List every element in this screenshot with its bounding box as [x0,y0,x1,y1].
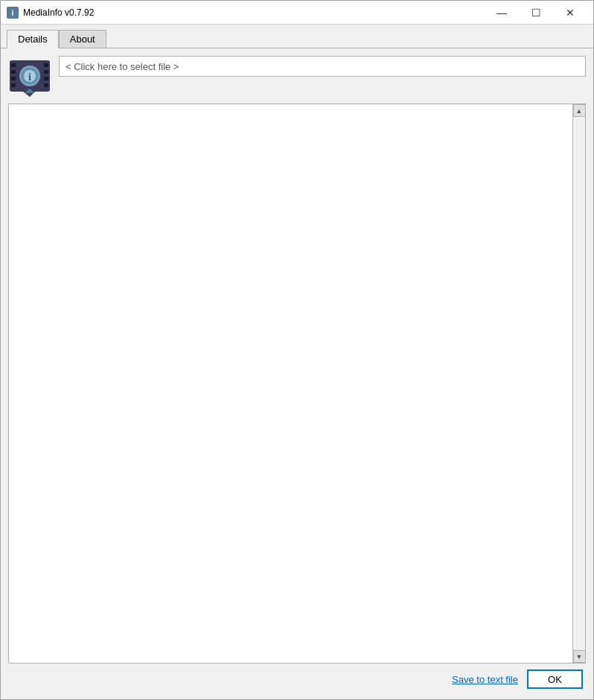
svg-text:i: i [28,71,31,83]
close-button[interactable]: ✕ [553,1,587,25]
svg-rect-5 [11,77,16,80]
tab-about[interactable]: About [59,30,106,48]
text-area [9,104,572,663]
app-logo: i [8,56,51,99]
app-icon: i [7,7,19,19]
scroll-down-button[interactable]: ▼ [573,650,586,663]
svg-rect-6 [11,83,16,87]
svg-rect-8 [44,70,48,74]
tab-details[interactable]: Details [7,30,59,48]
top-bar: i < Click here to select file > [8,56,586,99]
svg-rect-7 [44,63,48,67]
maximize-button[interactable]: ☐ [519,1,553,25]
window-title: MediaInfo v0.7.92 [23,7,485,18]
window-controls: — ☐ ✕ [485,1,587,25]
main-window: i MediaInfo v0.7.92 — ☐ ✕ Details About [0,0,594,700]
svg-rect-10 [44,83,48,87]
svg-rect-3 [11,63,16,67]
file-selector[interactable]: < Click here to select file > [59,56,586,77]
tab-bar: Details About [1,25,593,48]
scrollbar-thumb[interactable] [573,117,585,650]
ok-button[interactable]: OK [527,669,583,689]
save-to-text-link[interactable]: Save to text file [452,674,518,685]
title-bar: i MediaInfo v0.7.92 — ☐ ✕ [1,1,593,25]
scrollbar: ▲ ▼ [572,104,585,663]
svg-rect-4 [11,70,16,74]
content-area: i < Click here to select file > ▲ ▼ S [1,48,593,699]
minimize-button[interactable]: — [485,1,519,25]
bottom-bar: Save to text file OK [8,664,586,692]
main-panel: ▲ ▼ [8,104,586,664]
svg-text:i: i [12,9,14,17]
svg-rect-9 [44,77,48,80]
scroll-up-button[interactable]: ▲ [573,104,586,117]
